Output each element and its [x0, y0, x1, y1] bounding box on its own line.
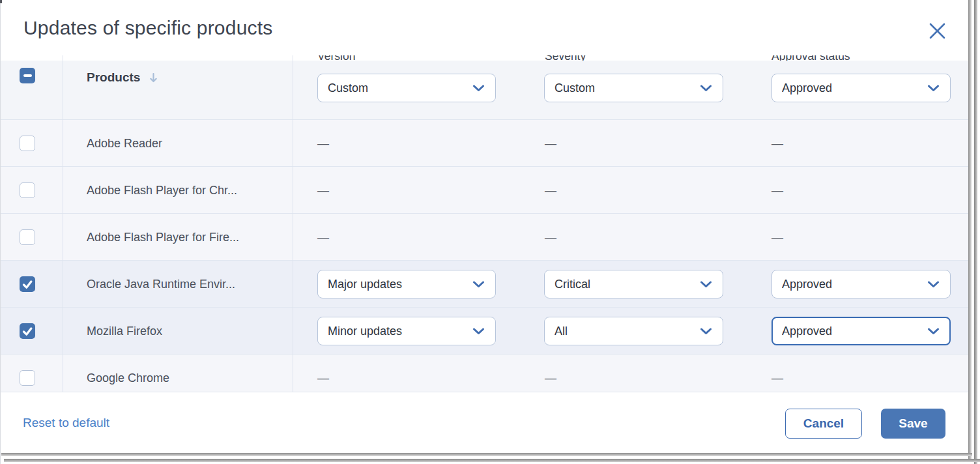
- indeterminate-icon: [23, 74, 32, 77]
- approval-filter-value: Approved: [782, 81, 832, 95]
- row-checkbox[interactable]: [20, 323, 35, 339]
- version-value: —: [317, 355, 329, 392]
- select-all-checkbox[interactable]: [20, 68, 35, 83]
- chevron-down-icon: [700, 328, 712, 335]
- check-icon: [22, 326, 33, 336]
- version-dropdown[interactable]: Minor updates: [317, 317, 496, 345]
- close-button[interactable]: [926, 20, 948, 42]
- save-button[interactable]: Save: [881, 409, 945, 439]
- severity-filter-dropdown[interactable]: Custom: [544, 74, 723, 102]
- version-dropdown[interactable]: Major updates: [317, 270, 496, 298]
- chevron-down-icon: [700, 85, 712, 92]
- row-checkbox[interactable]: [20, 229, 35, 245]
- approval-status-dropdown-focused[interactable]: Approved: [771, 317, 951, 345]
- chevron-down-icon: [927, 85, 940, 92]
- row-checkbox[interactable]: [20, 276, 35, 292]
- product-name: Oracle Java Runtime Envir...: [87, 261, 235, 308]
- version-value: —: [317, 167, 329, 214]
- approval-value: —: [771, 167, 783, 214]
- approval-value: —: [771, 214, 783, 261]
- approval-value: —: [771, 355, 783, 392]
- window-corner-mark: [0, 0, 2, 3]
- severity-filter-value: Custom: [555, 81, 595, 95]
- close-icon: [929, 22, 946, 40]
- version-value: —: [317, 214, 329, 261]
- dialog-footer: Reset to default Cancel Save: [0, 392, 969, 453]
- table-row[interactable]: Google Chrome — — —: [0, 354, 969, 392]
- product-name: Google Chrome: [87, 355, 169, 392]
- updates-dialog: Version Severity Approval status Product…: [0, 0, 980, 464]
- table-header-row: Products Custom Custom Approved: [0, 61, 969, 119]
- version-filter-dropdown[interactable]: Custom: [317, 74, 496, 102]
- window-left-border: [0, 0, 1, 464]
- chevron-down-icon: [472, 328, 485, 335]
- product-name: Mozilla Firefox: [87, 308, 162, 355]
- product-name: Adobe Reader: [87, 120, 162, 167]
- sort-descending-icon[interactable]: [149, 72, 158, 83]
- window-right-border: [968, 0, 972, 460]
- cancel-button[interactable]: Cancel: [785, 409, 862, 439]
- table-row[interactable]: Oracle Java Runtime Envir... Major updat…: [0, 260, 969, 307]
- severity-dropdown[interactable]: All: [544, 317, 723, 345]
- approval-status-filter-dropdown[interactable]: Approved: [771, 74, 951, 102]
- window-bottom-border: [4, 459, 980, 462]
- table-row[interactable]: Mozilla Firefox Minor updates All Approv…: [0, 307, 969, 354]
- row-checkbox[interactable]: [20, 182, 35, 198]
- grid-line: [63, 55, 63, 392]
- window-right-border: [974, 0, 977, 464]
- table-row[interactable]: Adobe Flash Player for Chr... — — —: [0, 166, 969, 213]
- page-title: Updates of specific products: [23, 17, 272, 39]
- reset-to-default-link[interactable]: Reset to default: [23, 392, 109, 454]
- version-filter-value: Custom: [328, 81, 368, 95]
- chevron-down-icon: [472, 281, 485, 288]
- row-checkbox[interactable]: [20, 370, 35, 386]
- severity-value: All: [555, 325, 568, 338]
- approval-value: Approved: [782, 325, 832, 338]
- table-row[interactable]: Adobe Flash Player for Fire... — — —: [0, 213, 969, 260]
- products-column-label[interactable]: Products: [87, 70, 140, 85]
- grid-line: [293, 55, 293, 392]
- severity-value: —: [545, 167, 556, 214]
- product-name: Adobe Flash Player for Fire...: [87, 214, 239, 261]
- products-table: Version Severity Approval status Product…: [0, 55, 969, 392]
- table-row[interactable]: Adobe Reader — — —: [0, 119, 969, 166]
- approval-value: —: [771, 120, 783, 167]
- chevron-down-icon: [700, 281, 712, 288]
- dialog-header: Updates of specific products: [1, 0, 968, 55]
- severity-value: Critical: [555, 278, 590, 291]
- row-checkbox[interactable]: [20, 136, 35, 151]
- severity-value: —: [545, 355, 556, 392]
- window-bottom-border: [1, 453, 972, 456]
- version-value: Major updates: [328, 278, 402, 291]
- chevron-down-icon: [927, 328, 940, 335]
- severity-dropdown[interactable]: Critical: [544, 270, 723, 298]
- severity-value: —: [545, 214, 556, 261]
- product-name: Adobe Flash Player for Chr...: [87, 167, 237, 214]
- approval-value: Approved: [782, 278, 832, 291]
- check-icon: [22, 280, 33, 289]
- version-value: —: [317, 120, 329, 167]
- chevron-down-icon: [927, 281, 940, 288]
- version-value: Minor updates: [328, 325, 402, 338]
- severity-value: —: [545, 120, 556, 167]
- chevron-down-icon: [472, 85, 485, 92]
- approval-status-dropdown[interactable]: Approved: [771, 270, 951, 298]
